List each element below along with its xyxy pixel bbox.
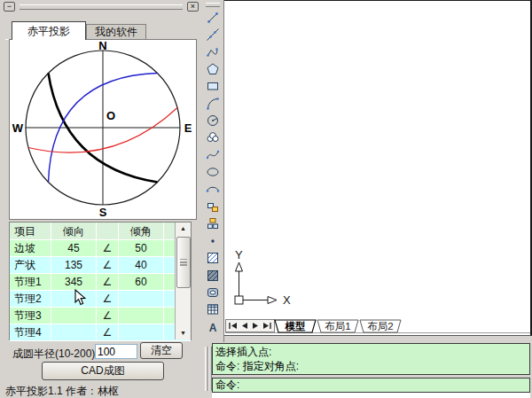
table-scrollbar[interactable]: ▲ ▼ bbox=[175, 222, 191, 339]
insert-block-icon[interactable] bbox=[202, 198, 223, 215]
cell-dip[interactable]: 50 bbox=[119, 240, 164, 257]
command-window: 选择插入点: 命令: 指定对角点: 命令: bbox=[202, 342, 532, 398]
layout-tabbar: 模型 布局1 布局2 bbox=[225, 318, 530, 334]
region-icon[interactable] bbox=[202, 284, 223, 300]
projection-panel: − × 赤平投影 我的软件 N S W E O bbox=[0, 0, 203, 398]
multiline-text-icon[interactable]: A bbox=[202, 318, 223, 335]
command-input-line[interactable]: 命令: bbox=[212, 378, 530, 393]
tab-layout2[interactable]: 布局2 bbox=[360, 320, 401, 332]
titlebar-grip[interactable] bbox=[20, 4, 183, 10]
gradient-icon[interactable] bbox=[202, 267, 223, 284]
label-east: E bbox=[184, 121, 192, 135]
command-history: 选择插入点: 命令: 指定对角点: bbox=[212, 343, 530, 375]
command-history-line: 选择插入点: bbox=[215, 345, 527, 359]
radius-label: 成圆半径(10-200) bbox=[12, 347, 95, 362]
table-row: 节理2 ∠ bbox=[10, 291, 191, 308]
svg-text:A: A bbox=[209, 321, 217, 333]
table-header: 项目 倾向 倾角 bbox=[10, 222, 191, 240]
tab-model[interactable]: 模型 bbox=[275, 320, 316, 332]
rectangle-icon[interactable] bbox=[202, 78, 223, 95]
point-icon[interactable] bbox=[202, 232, 223, 249]
circle-icon[interactable] bbox=[202, 112, 223, 129]
angle-icon: ∠ bbox=[97, 308, 119, 324]
mouse-cursor bbox=[74, 289, 86, 306]
command-window-edge bbox=[212, 393, 530, 398]
hatch-icon[interactable] bbox=[202, 249, 223, 266]
angle-icon: ∠ bbox=[97, 240, 119, 257]
ucs-y-label: Y bbox=[235, 248, 243, 261]
revision-cloud-icon[interactable] bbox=[202, 129, 223, 146]
cell-dip[interactable]: 40 bbox=[119, 257, 164, 274]
orientation-table: 项目 倾向 倾角 边坡 45 ∠ 50 产状 135 ∠ 40 节理 bbox=[9, 222, 192, 340]
command-history-line: 命令: 指定对角点: bbox=[215, 359, 527, 373]
polyline-icon[interactable] bbox=[202, 43, 223, 60]
scroll-up-icon[interactable]: ▲ bbox=[176, 222, 191, 235]
arc-icon[interactable] bbox=[202, 95, 223, 112]
clear-button[interactable]: 清空 bbox=[140, 342, 183, 359]
minimize-icon[interactable]: − bbox=[4, 2, 15, 12]
scrollbar-thumb[interactable] bbox=[176, 237, 191, 288]
header-dip: 倾角 bbox=[119, 222, 164, 240]
draw-toolbar: A bbox=[202, 0, 224, 343]
cell-dip[interactable] bbox=[119, 308, 164, 324]
construction-line-icon[interactable] bbox=[202, 26, 223, 43]
header-item: 项目 bbox=[10, 222, 51, 240]
stereonet-plot: N S W E O bbox=[9, 39, 197, 220]
angle-icon: ∠ bbox=[97, 324, 119, 341]
angle-icon: ∠ bbox=[97, 257, 119, 274]
cell-dipdir[interactable]: 45 bbox=[51, 240, 97, 257]
status-text: 赤平投影1.1 作者：林枢 bbox=[5, 384, 119, 398]
ellipse-arc-icon[interactable] bbox=[202, 181, 223, 198]
table-row: 节理1 345 ∠ 60 bbox=[10, 274, 191, 291]
radius-input[interactable] bbox=[95, 344, 137, 359]
cell-dip[interactable] bbox=[119, 324, 164, 341]
ellipse-icon[interactable] bbox=[202, 164, 223, 181]
label-north: N bbox=[98, 40, 106, 52]
cad-plot-button[interactable]: CAD成图 bbox=[42, 362, 164, 380]
make-block-icon[interactable] bbox=[202, 215, 223, 232]
table-row: 边坡 45 ∠ 50 bbox=[10, 240, 191, 257]
angle-icon: ∠ bbox=[97, 274, 119, 291]
svg-text:模型: 模型 bbox=[285, 321, 307, 332]
cell-dipdir[interactable]: 135 bbox=[51, 257, 97, 274]
ucs-icon: Y X bbox=[227, 248, 298, 310]
ucs-x-label: X bbox=[283, 293, 291, 307]
app-window: − × 赤平投影 我的软件 N S W E O bbox=[0, 0, 532, 398]
label-south: S bbox=[99, 206, 107, 219]
table-icon[interactable] bbox=[202, 301, 223, 318]
tab-layout1[interactable]: 布局1 bbox=[317, 320, 358, 332]
polygon-icon[interactable] bbox=[202, 60, 223, 77]
toolbar-grip[interactable] bbox=[206, 3, 220, 7]
cell-dipdir[interactable] bbox=[51, 324, 97, 341]
cell-dip[interactable]: 60 bbox=[119, 274, 164, 291]
header-dip-direction: 倾向 bbox=[51, 222, 97, 240]
tab-projection[interactable]: 赤平投影 bbox=[12, 21, 86, 40]
line-icon[interactable] bbox=[202, 9, 223, 26]
spline-icon[interactable] bbox=[202, 146, 223, 163]
cell-dip[interactable] bbox=[119, 291, 164, 308]
table-row: 节理4 ∠ bbox=[10, 324, 191, 341]
tab-my-software[interactable]: 我的软件 bbox=[86, 24, 146, 40]
svg-text:布局2: 布局2 bbox=[367, 321, 393, 332]
header-angle bbox=[97, 222, 119, 240]
svg-text:布局1: 布局1 bbox=[325, 321, 350, 332]
scroll-down-icon[interactable]: ▼ bbox=[176, 327, 191, 339]
panel-titlebar[interactable]: − × bbox=[0, 2, 202, 13]
label-origin: O bbox=[106, 109, 115, 122]
close-icon[interactable]: × bbox=[187, 2, 199, 12]
cell-dipdir[interactable] bbox=[51, 308, 97, 324]
table-row: 产状 135 ∠ 40 bbox=[10, 257, 191, 274]
angle-icon: ∠ bbox=[97, 291, 119, 308]
table-row: 节理3 ∠ bbox=[10, 308, 191, 324]
label-west: W bbox=[12, 121, 24, 135]
